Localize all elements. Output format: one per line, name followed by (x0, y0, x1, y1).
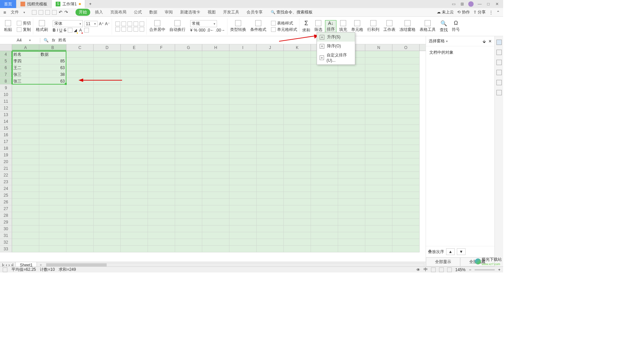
cell[interactable] (175, 105, 202, 111)
table-style-icon[interactable] (271, 21, 276, 26)
cell[interactable] (148, 64, 175, 71)
cell[interactable]: 张三 (12, 78, 39, 85)
col-header[interactable]: J (257, 44, 284, 51)
cell[interactable] (39, 98, 66, 105)
cell[interactable] (284, 165, 311, 172)
cell[interactable] (284, 132, 311, 138)
cell[interactable] (284, 192, 311, 199)
cell[interactable] (392, 132, 420, 138)
cell[interactable] (175, 212, 202, 219)
cell[interactable] (284, 172, 311, 179)
cell[interactable] (338, 205, 365, 212)
cell[interactable] (175, 172, 202, 179)
cell[interactable] (202, 118, 229, 125)
cell[interactable] (94, 179, 121, 185)
col-header[interactable]: F (148, 44, 175, 51)
cell[interactable] (338, 118, 365, 125)
cell[interactable] (338, 179, 365, 185)
cell[interactable] (284, 239, 311, 246)
col-header[interactable]: E (121, 44, 148, 51)
cell[interactable] (202, 98, 229, 105)
cell[interactable] (257, 91, 284, 98)
align-justify-icon[interactable] (133, 27, 138, 32)
cell[interactable] (66, 111, 94, 118)
cell[interactable] (39, 219, 66, 226)
cell[interactable] (94, 58, 121, 64)
cell[interactable] (202, 58, 229, 64)
cell[interactable] (94, 125, 121, 132)
cell[interactable] (392, 125, 420, 132)
row-header[interactable]: 29 (0, 219, 12, 226)
bold-button[interactable]: B (53, 28, 56, 33)
cell[interactable] (39, 192, 66, 199)
cell[interactable] (94, 192, 121, 199)
cell[interactable]: 王二 (12, 64, 39, 71)
cell[interactable] (148, 152, 175, 158)
cell[interactable] (12, 199, 39, 205)
cell[interactable] (229, 145, 257, 152)
cell[interactable] (148, 185, 175, 192)
cell[interactable] (257, 71, 284, 78)
cell[interactable] (392, 71, 420, 78)
cell[interactable] (311, 98, 338, 105)
cell[interactable] (365, 145, 392, 152)
cell[interactable]: 63 (39, 64, 66, 71)
wrap-text-button[interactable]: 自动换行 (168, 20, 187, 33)
cell[interactable] (12, 172, 39, 179)
cell[interactable] (311, 185, 338, 192)
cell[interactable] (202, 185, 229, 192)
cell[interactable] (257, 179, 284, 185)
cell[interactable] (284, 58, 311, 64)
cell[interactable] (66, 179, 94, 185)
cell[interactable] (175, 78, 202, 85)
cell[interactable] (12, 138, 39, 145)
cell[interactable] (121, 132, 148, 138)
cell[interactable] (338, 185, 365, 192)
layout-icon[interactable]: ▭ (451, 1, 456, 7)
cell[interactable] (311, 212, 338, 219)
cell[interactable] (175, 239, 202, 246)
cell[interactable] (12, 91, 39, 98)
more-menu-icon[interactable]: ⋮ (489, 10, 493, 15)
cell[interactable] (148, 172, 175, 179)
cell[interactable] (12, 158, 39, 165)
cell[interactable] (257, 219, 284, 226)
cell[interactable] (148, 132, 175, 138)
cell-style-icon[interactable] (271, 27, 276, 32)
search-input[interactable]: 🔍 查找命令、搜索模板 (271, 9, 313, 15)
cell[interactable] (257, 172, 284, 179)
eye-icon[interactable]: 👁 (416, 267, 420, 272)
cell[interactable] (121, 152, 148, 158)
cell[interactable] (338, 111, 365, 118)
cell[interactable] (121, 111, 148, 118)
cell[interactable] (39, 185, 66, 192)
collapse-ribbon-icon[interactable]: ⌃ (496, 10, 500, 15)
cell[interactable] (229, 232, 257, 239)
cell[interactable] (257, 51, 284, 58)
cell[interactable] (121, 212, 148, 219)
cell[interactable] (392, 219, 420, 226)
cell[interactable] (121, 98, 148, 105)
align-center-icon[interactable] (121, 27, 126, 32)
cell[interactable] (12, 145, 39, 152)
row-header[interactable]: 22 (0, 172, 12, 179)
cell[interactable]: 姓名 (12, 51, 39, 58)
rail-layout-icon[interactable] (496, 60, 502, 65)
cell[interactable]: 张三 (12, 71, 39, 78)
cell[interactable] (121, 246, 148, 252)
cell[interactable] (284, 138, 311, 145)
cell[interactable] (229, 246, 257, 252)
cell[interactable] (202, 64, 229, 71)
row-header[interactable]: 13 (0, 111, 12, 118)
cell[interactable] (39, 165, 66, 172)
cell[interactable] (311, 192, 338, 199)
cell[interactable] (121, 51, 148, 58)
cell[interactable] (175, 145, 202, 152)
cloud-status[interactable]: ☁ 未上云 (437, 9, 454, 15)
cell[interactable] (229, 152, 257, 158)
rail-select-icon[interactable] (496, 40, 502, 45)
row-header[interactable]: 21 (0, 165, 12, 172)
sort-custom[interactable]: ≡自定义排序(U)... (317, 51, 355, 64)
cell[interactable] (148, 111, 175, 118)
cell[interactable] (175, 51, 202, 58)
